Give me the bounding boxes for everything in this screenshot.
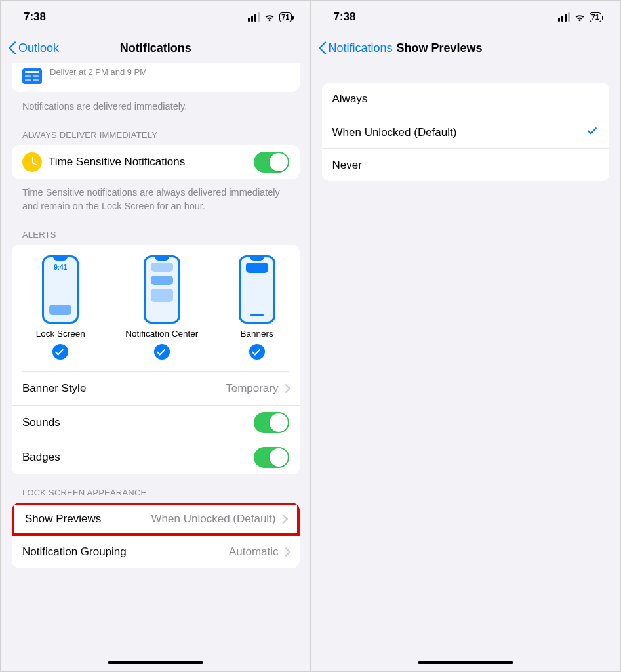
chevron-right-icon	[278, 514, 287, 524]
banner-style-row[interactable]: Banner Style Temporary	[12, 372, 300, 405]
screenshot-right: 7:38 71 Notifications Show Previews Alwa…	[310, 1, 620, 671]
notification-center-icon	[144, 255, 180, 324]
cellular-icon	[558, 12, 570, 22]
banners-icon	[239, 255, 275, 324]
section-lock-screen-appearance: LOCK SCREEN APPEARANCE	[1, 474, 310, 503]
alert-opt-banners[interactable]: Banners	[239, 255, 275, 360]
option-always[interactable]: Always	[322, 83, 610, 116]
page-title: Notifications	[120, 41, 191, 55]
alerts-group: 9:41 Lock Screen Notification Center	[12, 245, 300, 474]
status-time: 7:38	[334, 10, 356, 24]
status-time: 7:38	[24, 10, 46, 24]
banner-style-label: Banner Style	[22, 382, 226, 395]
badges-toggle[interactable]	[254, 447, 289, 468]
option-when-unlocked[interactable]: When Unlocked (Default)	[322, 116, 610, 148]
status-indicators: 71	[558, 12, 601, 22]
time-sensitive-note: Time Sensitive notifications are always …	[1, 179, 310, 217]
grouping-value: Automatic	[229, 545, 279, 558]
chevron-right-icon	[281, 547, 290, 556]
option-label: Never	[332, 159, 599, 172]
sounds-row[interactable]: Sounds	[12, 405, 300, 440]
badges-row[interactable]: Badges	[12, 440, 300, 474]
back-button[interactable]: Outlook	[8, 33, 59, 63]
status-bar: 7:38 71	[311, 1, 620, 33]
nav-header: Outlook Notifications	[1, 33, 310, 63]
home-indicator[interactable]	[418, 661, 513, 664]
time-sensitive-label: Time Sensitive Notifications	[49, 156, 254, 169]
chevron-right-icon	[281, 384, 290, 393]
back-button[interactable]: Notifications	[318, 41, 393, 55]
show-previews-options: Always When Unlocked (Default) Never	[322, 83, 610, 181]
alert-style-picker: 9:41 Lock Screen Notification Center	[12, 245, 300, 368]
status-bar: 7:38 71	[1, 1, 310, 33]
alert-opt-label: Banners	[239, 329, 275, 339]
alert-opt-label: Notification Center	[125, 329, 198, 339]
time-sensitive-group: Time Sensitive Notifications	[12, 145, 300, 179]
cellular-icon	[248, 12, 260, 22]
delivered-note: Notifications are delivered immediately.	[1, 97, 310, 117]
deliver-subtext: Deliver at 2 PM and 9 PM	[50, 67, 147, 77]
time-sensitive-toggle[interactable]	[254, 152, 289, 173]
scheduled-summary-icon	[22, 68, 42, 84]
section-alerts: ALERTS	[1, 217, 310, 245]
badges-label: Badges	[22, 451, 254, 464]
back-label: Notifications	[329, 41, 393, 55]
alert-opt-notification-center[interactable]: Notification Center	[125, 255, 198, 360]
grouping-label: Notification Grouping	[22, 545, 229, 558]
screenshot-left: 7:38 71 Outlook Notifications Deliver at…	[1, 1, 310, 671]
home-indicator[interactable]	[108, 661, 203, 664]
alert-opt-lock-screen[interactable]: 9:41 Lock Screen	[36, 255, 85, 360]
nav-header: Notifications Show Previews	[311, 33, 620, 63]
status-indicators: 71	[248, 12, 291, 22]
show-previews-value: When Unlocked (Default)	[151, 513, 276, 526]
option-label: Always	[332, 93, 599, 106]
lock-screen-icon: 9:41	[42, 255, 79, 324]
page-title: Show Previews	[397, 41, 483, 55]
option-label: When Unlocked (Default)	[332, 126, 586, 139]
alert-opt-label: Lock Screen	[36, 329, 85, 339]
scheduled-delivery-card[interactable]: Deliver at 2 PM and 9 PM	[12, 63, 300, 92]
wifi-icon	[264, 12, 275, 22]
show-previews-row[interactable]: Show Previews When Unlocked (Default)	[12, 503, 300, 536]
checkmark-icon	[52, 344, 68, 360]
section-always-deliver: ALWAYS DELIVER IMMEDIATELY	[1, 117, 310, 145]
chevron-left-icon	[318, 41, 327, 55]
banner-style-value: Temporary	[226, 382, 278, 395]
sounds-label: Sounds	[22, 416, 254, 429]
wifi-icon	[574, 12, 586, 22]
checkmark-icon	[586, 124, 599, 141]
chevron-left-icon	[8, 41, 17, 55]
battery-icon: 71	[279, 12, 291, 22]
battery-icon: 71	[590, 12, 601, 22]
option-never[interactable]: Never	[322, 148, 610, 181]
checkmark-icon	[249, 344, 265, 360]
clock-icon	[22, 152, 42, 172]
lock-screen-group: Show Previews When Unlocked (Default) No…	[12, 503, 300, 568]
notification-grouping-row[interactable]: Notification Grouping Automatic	[12, 536, 300, 568]
show-previews-label: Show Previews	[25, 513, 151, 526]
checkmark-icon	[154, 344, 170, 360]
sounds-toggle[interactable]	[254, 412, 289, 433]
back-label: Outlook	[18, 41, 59, 55]
time-sensitive-row[interactable]: Time Sensitive Notifications	[12, 145, 300, 179]
